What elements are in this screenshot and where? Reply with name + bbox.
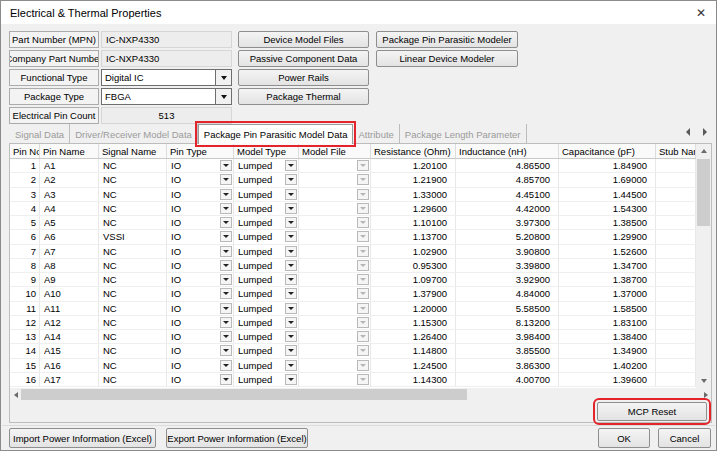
chevron-down-icon[interactable]	[285, 160, 297, 171]
cell-pin-type-select[interactable]: IO	[167, 287, 234, 300]
chevron-down-icon[interactable]	[220, 189, 232, 200]
cell-model-type-select[interactable]: Lumped	[234, 302, 299, 315]
cell-pin-type-select[interactable]: IO	[167, 230, 234, 243]
chevron-down-icon[interactable]	[220, 160, 232, 171]
chevron-down-icon[interactable]	[285, 174, 297, 185]
export-power-information-button[interactable]: Export Power Information (Excel)	[166, 428, 308, 448]
chevron-down-icon[interactable]	[220, 374, 232, 385]
chevron-down-icon[interactable]	[220, 274, 232, 285]
functional-type-select[interactable]: Digital IC	[101, 69, 232, 86]
cell-model-type-select[interactable]: Lumped	[234, 373, 299, 386]
vertical-scrollbar-thumb[interactable]	[697, 159, 710, 226]
chevron-down-icon[interactable]	[215, 70, 231, 85]
chevron-down-icon[interactable]	[285, 217, 297, 228]
device-model-files-button[interactable]: Device Model Files	[238, 31, 369, 48]
part-number-field[interactable]: IC-NXP4330	[101, 31, 232, 48]
package-pin-parasitic-modeler-button[interactable]: Package Pin Parasitic Modeler	[376, 31, 518, 48]
chevron-down-icon[interactable]	[220, 331, 232, 342]
cell-pin-name: A5	[40, 216, 99, 229]
cell-pin-type-select[interactable]: IO	[167, 173, 234, 186]
chevron-down-icon[interactable]	[285, 331, 297, 342]
tab-scroll-left-icon[interactable]	[683, 127, 693, 137]
chevron-down-icon[interactable]	[220, 317, 232, 328]
chevron-down-icon[interactable]	[285, 360, 297, 371]
chevron-down-icon[interactable]	[220, 174, 232, 185]
chevron-down-icon[interactable]	[220, 231, 232, 242]
tab-package-length-parameter[interactable]: Package Length Parameter	[400, 124, 527, 144]
cell-pin-type-select[interactable]: IO	[167, 216, 234, 229]
cell-model-type-select[interactable]: Lumped	[234, 359, 299, 372]
cell-model-type-select[interactable]: Lumped	[234, 287, 299, 300]
tab-package-pin-parasitic-model-data[interactable]: Package Pin Parasitic Model Data	[198, 124, 354, 144]
chevron-down-icon[interactable]	[285, 231, 297, 242]
scroll-down-icon[interactable]	[696, 374, 711, 388]
cell-model-type-select[interactable]: Lumped	[234, 273, 299, 286]
chevron-down-icon[interactable]	[220, 203, 232, 214]
cell-pin-no: 9	[10, 273, 40, 286]
chevron-down-icon[interactable]	[220, 217, 232, 228]
ok-button[interactable]: OK	[598, 428, 650, 448]
chevron-down-icon[interactable]	[285, 317, 297, 328]
chevron-down-icon[interactable]	[285, 374, 297, 385]
cell-pin-type-select[interactable]: IO	[167, 202, 234, 215]
chevron-down-icon[interactable]	[285, 303, 297, 314]
scroll-up-icon[interactable]	[696, 144, 711, 158]
cell-model-type-select[interactable]: Lumped	[234, 245, 299, 258]
package-thermal-button[interactable]: Package Thermal	[238, 88, 369, 105]
chevron-down-icon[interactable]	[220, 360, 232, 371]
horizontal-scrollbar-thumb[interactable]	[21, 389, 467, 400]
cell-pin-type-select[interactable]: IO	[167, 330, 234, 343]
scroll-left-icon[interactable]	[10, 388, 21, 401]
cell-model-type-select[interactable]: Lumped	[234, 316, 299, 329]
power-rails-button[interactable]: Power Rails	[238, 69, 369, 86]
cancel-button[interactable]: Cancel	[658, 428, 711, 448]
cell-model-type-select[interactable]: Lumped	[234, 173, 299, 186]
chevron-down-icon[interactable]	[285, 203, 297, 214]
cell-model-type-select[interactable]: Lumped	[234, 188, 299, 201]
cell-pin-type-select[interactable]: IO	[167, 373, 234, 386]
vertical-scrollbar[interactable]	[696, 144, 711, 388]
chevron-down-icon[interactable]	[220, 260, 232, 271]
chevron-down-icon[interactable]	[220, 303, 232, 314]
cell-pin-type-select[interactable]: IO	[167, 359, 234, 372]
cell-pin-type-select[interactable]: IO	[167, 159, 234, 172]
company-part-number-field[interactable]: IC-NXP4330	[101, 50, 232, 67]
tab-signal-data[interactable]: Signal Data	[10, 124, 70, 144]
package-type-select[interactable]: FBGA	[101, 88, 232, 105]
chevron-down-icon[interactable]	[285, 345, 297, 356]
passive-component-data-button[interactable]: Passive Component Data	[238, 50, 369, 67]
tab-scroll-right-icon[interactable]	[700, 127, 710, 137]
cell-pin-type-select[interactable]: IO	[167, 245, 234, 258]
scroll-right-icon[interactable]	[700, 388, 711, 401]
chevron-down-icon[interactable]	[220, 288, 232, 299]
linear-device-modeler-button[interactable]: Linear Device Modeler	[376, 50, 518, 67]
dialog-title: Electrical & Thermal Properties	[1, 7, 161, 19]
tab-driver-receiver-model-data[interactable]: Driver/Receiver Model Data	[70, 124, 198, 144]
cell-pin-type-select[interactable]: IO	[167, 344, 234, 357]
cell-pin-type-select[interactable]: IO	[167, 188, 234, 201]
chevron-down-icon[interactable]	[220, 246, 232, 257]
cell-model-type-select[interactable]: Lumped	[234, 259, 299, 272]
horizontal-scrollbar[interactable]	[10, 388, 711, 401]
cell-model-type-select[interactable]: Lumped	[234, 230, 299, 243]
cell-model-type-select[interactable]: Lumped	[234, 344, 299, 357]
cell-pin-type-select[interactable]: IO	[167, 259, 234, 272]
chevron-down-icon[interactable]	[285, 246, 297, 257]
chevron-down-icon[interactable]	[285, 288, 297, 299]
chevron-down-icon[interactable]	[285, 189, 297, 200]
mcp-reset-button[interactable]: MCP Reset	[597, 402, 707, 421]
cell-pin-type-select[interactable]: IO	[167, 273, 234, 286]
chevron-down-icon[interactable]	[220, 345, 232, 356]
cell-model-type-select[interactable]: Lumped	[234, 330, 299, 343]
tab-attribute[interactable]: Attribute	[353, 124, 399, 144]
close-icon[interactable]: ✕	[686, 1, 716, 24]
import-power-information-button[interactable]: Import Power Information (Excel)	[9, 428, 156, 448]
chevron-down-icon[interactable]	[285, 260, 297, 271]
cell-model-type-select[interactable]: Lumped	[234, 216, 299, 229]
cell-model-type-select[interactable]: Lumped	[234, 202, 299, 215]
chevron-down-icon[interactable]	[285, 274, 297, 285]
chevron-down-icon[interactable]	[215, 89, 231, 104]
cell-pin-type-select[interactable]: IO	[167, 316, 234, 329]
cell-pin-type-select[interactable]: IO	[167, 302, 234, 315]
cell-model-type-select[interactable]: Lumped	[234, 159, 299, 172]
